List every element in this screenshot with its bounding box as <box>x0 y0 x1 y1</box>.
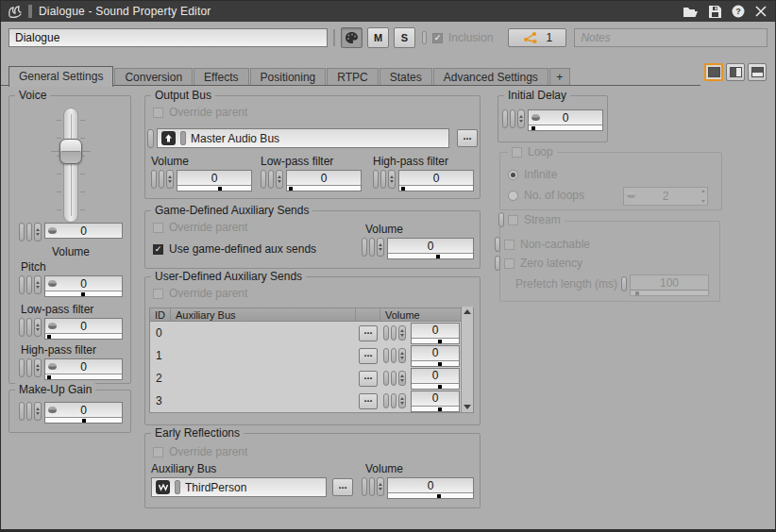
early-reflections-override-checkbox[interactable]: Override parent <box>153 445 247 458</box>
loop-count-spinner[interactable] <box>623 187 708 206</box>
output-bus-lowpass-input[interactable] <box>287 171 361 185</box>
rtpc-pill-icon[interactable] <box>373 170 379 189</box>
spinner-pill-icon[interactable] <box>517 109 525 128</box>
user-aux-row-2[interactable]: 2 ... <box>150 367 473 390</box>
spinner-pill-icon[interactable] <box>34 318 42 337</box>
er-volume-input[interactable] <box>388 478 473 492</box>
pitch-input[interactable] <box>45 276 122 291</box>
loop-count-input[interactable] <box>624 188 707 205</box>
save-preset-icon[interactable] <box>709 6 721 18</box>
user-aux-override-checkbox[interactable]: Override parent <box>153 287 247 300</box>
close-icon[interactable] <box>755 6 767 17</box>
rtpc-pill-icon[interactable] <box>26 358 32 377</box>
aux-bus-browse-button[interactable]: ... <box>359 325 378 341</box>
output-bus-highpass-input[interactable] <box>399 171 473 185</box>
mini-slider[interactable] <box>529 125 602 130</box>
rtpc-pill-icon[interactable] <box>19 318 25 337</box>
tab-general-settings[interactable]: General Settings <box>8 66 113 87</box>
color-picker-button[interactable] <box>341 27 363 48</box>
rtpc-pill-icon[interactable] <box>391 325 396 341</box>
rtpc-pill-icon[interactable] <box>383 371 389 386</box>
spinner-pill-icon[interactable] <box>398 325 406 341</box>
column-header-id[interactable]: ID <box>150 308 171 321</box>
scroll-up-icon[interactable] <box>464 309 471 314</box>
load-preset-icon[interactable] <box>683 6 699 18</box>
mini-slider[interactable] <box>412 406 459 411</box>
rtpc-pill-icon[interactable] <box>159 170 164 189</box>
loop-checkbox[interactable]: Loop <box>508 145 557 158</box>
output-bus-volume-input[interactable] <box>177 171 251 185</box>
spinner-pill-icon[interactable] <box>276 170 283 189</box>
lowpass-input[interactable] <box>45 319 122 333</box>
spinner-pill-icon[interactable] <box>388 170 396 189</box>
mini-slider[interactable] <box>287 185 361 191</box>
aux-bus-browse-button[interactable]: ... <box>359 348 378 364</box>
layout-split-vertical-button[interactable] <box>726 63 745 81</box>
rtpc-pill-icon[interactable] <box>383 393 389 408</box>
user-aux-row-1[interactable]: 1 ... <box>150 344 473 367</box>
mini-slider[interactable] <box>412 360 459 366</box>
slider-thumb[interactable] <box>59 139 82 164</box>
non-cachable-checkbox[interactable]: Non-cachable <box>504 238 590 251</box>
zero-latency-checkbox[interactable]: Zero latency <box>504 257 582 270</box>
rtpc-pill-icon[interactable] <box>26 318 32 337</box>
voice-volume-input[interactable] <box>45 224 122 238</box>
inclusion-checkbox[interactable]: ✓ Inclusion <box>432 31 493 44</box>
spinner-pill-icon[interactable] <box>34 402 42 421</box>
help-icon[interactable]: ? <box>732 5 745 18</box>
tab-add[interactable]: + <box>549 68 570 86</box>
user-aux-row-0[interactable]: 0 ... <box>150 322 473 344</box>
aux-bus-browse-button[interactable]: ... <box>359 393 378 409</box>
tab-rtpc[interactable]: RTPC <box>327 68 378 86</box>
rtpc-pill-icon[interactable] <box>26 223 32 241</box>
rtpc-pill-icon[interactable] <box>510 109 515 128</box>
column-header-aux-bus[interactable]: Auxiliary Bus <box>171 308 356 321</box>
rtpc-pill-icon[interactable] <box>362 477 367 496</box>
loop-infinite-radio[interactable]: Infinite <box>508 168 557 181</box>
loop-count-radio[interactable]: No. of loops <box>508 189 584 202</box>
rtpc-pill-icon[interactable] <box>19 223 25 241</box>
table-scrollbar[interactable] <box>461 307 473 412</box>
rtpc-pill-icon[interactable] <box>369 238 375 257</box>
highpass-input[interactable] <box>45 359 122 374</box>
mini-slider[interactable] <box>388 492 473 498</box>
er-aux-bus-selector[interactable]: ThirdPerson <box>151 477 327 497</box>
rtpc-pill-icon[interactable] <box>391 371 396 386</box>
rtpc-pill-icon[interactable] <box>380 170 386 189</box>
pitch-mini-slider[interactable] <box>45 291 122 296</box>
stream-checkbox[interactable]: Stream <box>508 213 561 226</box>
rtpc-pill-icon[interactable] <box>26 402 32 421</box>
game-aux-override-checkbox[interactable]: Override parent <box>153 221 247 234</box>
spinner-pill-icon[interactable] <box>377 238 384 257</box>
aux-send-volume-input[interactable] <box>412 391 459 406</box>
rtpc-pill-icon[interactable] <box>19 402 25 421</box>
rtpc-pill-icon[interactable] <box>19 358 25 377</box>
rtpc-pill-icon[interactable] <box>502 109 508 128</box>
mini-slider[interactable] <box>388 253 473 258</box>
prefetch-input[interactable] <box>631 275 708 290</box>
solo-button[interactable]: S <box>394 27 415 48</box>
rtpc-pill-icon[interactable] <box>391 348 396 363</box>
lowpass-mini-slider[interactable] <box>45 333 122 339</box>
mini-slider[interactable] <box>177 185 251 191</box>
layout-split-horizontal-button[interactable] <box>748 63 767 81</box>
aux-send-volume-input[interactable] <box>412 369 459 383</box>
mute-button[interactable]: M <box>367 27 389 48</box>
rtpc-pill-icon[interactable] <box>383 325 389 341</box>
slider-track[interactable] <box>63 108 78 223</box>
makeup-gain-input[interactable] <box>45 403 122 417</box>
rtpc-pill-icon[interactable] <box>391 393 396 408</box>
er-browse-button[interactable]: ... <box>332 478 353 496</box>
rtpc-pill-icon[interactable] <box>362 238 367 257</box>
output-bus-override-checkbox[interactable]: Override parent <box>153 106 247 119</box>
rtpc-pill-icon[interactable] <box>19 275 25 294</box>
tab-effects[interactable]: Effects <box>194 68 248 86</box>
output-bus-selector[interactable]: Master Audio Bus <box>157 128 449 148</box>
rtpc-pill-icon[interactable] <box>383 348 389 363</box>
rtpc-pill-icon[interactable] <box>369 477 375 496</box>
tab-conversion[interactable]: Conversion <box>114 68 193 86</box>
rtpc-pill-icon[interactable] <box>261 170 266 189</box>
spinner-buttons[interactable] <box>701 190 705 203</box>
column-header-volume[interactable]: Volume <box>380 308 463 321</box>
aux-send-volume-input[interactable] <box>412 324 459 338</box>
